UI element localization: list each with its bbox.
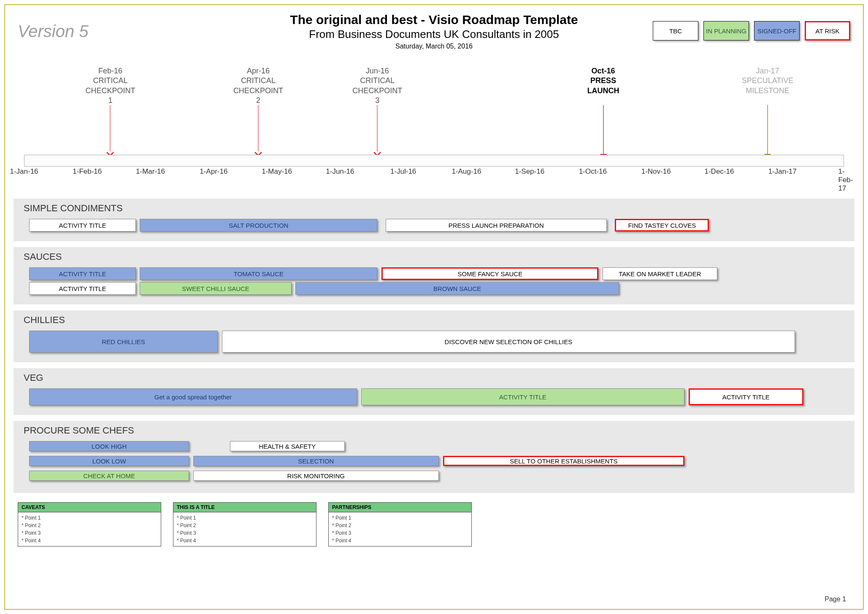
roadmap-section: SIMPLE CONDIMENTSACTIVITY TITLESALT PROD…: [14, 199, 854, 241]
footer-box-body: * Point 1* Point 2* Point 3* Point 4: [329, 512, 471, 546]
timeline-tick: 1-Aug-16: [452, 167, 481, 176]
timeline-tick: 1-Dec-16: [704, 167, 734, 176]
section-row: LOOK HIGHHEALTH & SAFETY: [21, 441, 847, 454]
section-title: PROCURE SOME CHEFS: [24, 425, 847, 436]
timeline-bar: [24, 155, 844, 167]
footer-box: CAVEATS* Point 1* Point 2* Point 3* Poin…: [18, 502, 161, 547]
timeline-tick: 1-Feb-17: [838, 167, 853, 193]
activity-bar: Get a good spread together: [29, 388, 357, 405]
activity-bar: SOME FANCY SAUCE: [381, 267, 598, 280]
activity-bar: FIND TASTEY CLOVES: [615, 219, 709, 232]
roadmap-section: PROCURE SOME CHEFSLOOK HIGHHEALTH & SAFE…: [14, 421, 854, 493]
footer-box-body: * Point 1* Point 2* Point 3* Point 4: [18, 512, 161, 546]
section-title: VEG: [24, 372, 847, 383]
activity-bar: PRESS LAUNCH PREPARATION: [386, 219, 607, 232]
activity-bar: TAKE ON MARKET LEADER: [603, 267, 717, 280]
footer-boxes: CAVEATS* Point 1* Point 2* Point 3* Poin…: [18, 502, 850, 547]
legend-signedoff: SIGNED-OFF: [754, 21, 800, 40]
timeline-tick: 1-Jan-16: [10, 167, 38, 176]
roadmap-page: Version 5 The original and best - Visio …: [4, 4, 864, 610]
legend-inplanning: IN PLANNING: [703, 21, 749, 40]
section-row: Get a good spread togetherACTIVITY TITLE…: [21, 388, 847, 405]
section-title: SAUCES: [24, 251, 847, 262]
roadmap-section: VEGGet a good spread togetherACTIVITY TI…: [14, 368, 854, 415]
section-row: ACTIVITY TITLETOMATO SAUCESOME FANCY SAU…: [21, 267, 847, 280]
activity-bar: ACTIVITY TITLE: [29, 282, 135, 295]
section-row: ACTIVITY TITLESALT PRODUCTIONPRESS LAUNC…: [21, 219, 847, 232]
timeline-tick: 1-Mar-16: [136, 167, 165, 176]
activity-bar: RISK MONITORING: [193, 471, 439, 481]
activity-bar: SALT PRODUCTION: [140, 219, 377, 232]
activity-bar: ACTIVITY TITLE: [689, 388, 803, 405]
activity-bar: HEALTH & SAFETY: [230, 441, 345, 451]
timeline: Feb-16CRITICALCHECKPOINT1Apr-16CRITICALC…: [18, 66, 850, 193]
activity-bar: DISCOVER NEW SELECTION OF CHILLIES: [222, 331, 795, 353]
timeline-tick: 1-Apr-16: [200, 167, 227, 176]
activity-bar: BROWN SAUCE: [295, 282, 619, 295]
timeline-tick: 1-Jan-17: [768, 167, 797, 176]
section-row: CHECK AT HOMERISK MONITORING: [21, 471, 847, 483]
milestone: Feb-16CRITICALCHECKPOINT1: [72, 66, 148, 106]
section-row: ACTIVITY TITLESWEET CHILLI SAUCEBROWN SA…: [21, 282, 847, 295]
timeline-tick: 1-Feb-16: [73, 167, 102, 176]
legend-tbc: TBC: [653, 21, 698, 40]
timeline-tick: 1-Jul-16: [390, 167, 416, 176]
timeline-tick: 1-Sep-16: [515, 167, 544, 176]
roadmap-section: CHILLIESRED CHILLIESDISCOVER NEW SELECTI…: [14, 310, 854, 362]
activity-bar: TOMATO SAUCE: [140, 267, 377, 280]
version-label: Version 5: [18, 22, 89, 41]
section-title: SIMPLE CONDIMENTS: [24, 203, 847, 214]
section-row: LOOK LOWSELECTIONSELL TO OTHER ESTABLISH…: [21, 456, 847, 469]
milestone: Oct-16PRESSLAUNCH: [565, 66, 641, 96]
activity-bar: ACTIVITY TITLE: [29, 267, 135, 280]
footer-box-title: CAVEATS: [18, 503, 161, 512]
activity-bar: LOOK LOW: [29, 456, 189, 466]
timeline-tick: 1-May-16: [262, 167, 292, 176]
page-date: Saturday, March 05, 2016: [18, 43, 850, 50]
milestone: Apr-16CRITICALCHECKPOINT2: [220, 66, 296, 106]
activity-bar: SELL TO OTHER ESTABLISHMENTS: [443, 456, 685, 466]
header: Version 5 The original and best - Visio …: [5, 5, 863, 54]
footer-box: THIS IS A TITLE* Point 1* Point 2* Point…: [173, 502, 316, 547]
activity-bar: CHECK AT HOME: [29, 471, 189, 481]
timeline-tick: 1-Oct-16: [579, 167, 607, 176]
footer-box-body: * Point 1* Point 2* Point 3* Point 4: [173, 512, 316, 546]
activity-bar: ACTIVITY TITLE: [361, 388, 685, 405]
sections-container: SIMPLE CONDIMENTSACTIVITY TITLESALT PROD…: [14, 199, 854, 493]
roadmap-section: SAUCESACTIVITY TITLETOMATO SAUCESOME FAN…: [14, 247, 854, 304]
footer-box: PARTNERSHIPS* Point 1* Point 2* Point 3*…: [328, 502, 472, 547]
activity-bar: SWEET CHILLI SAUCE: [140, 282, 291, 295]
page-number: Page 1: [825, 595, 846, 603]
section-row: RED CHILLIESDISCOVER NEW SELECTION OF CH…: [21, 331, 847, 353]
milestone: Jun-16CRITICALCHECKPOINT3: [339, 66, 415, 106]
legend-atrisk: AT RISK: [805, 21, 850, 40]
activity-bar: ACTIVITY TITLE: [29, 219, 135, 232]
activity-bar: LOOK HIGH: [29, 441, 189, 451]
milestone: Jan-17SPECULATIVEMILESTONE: [730, 66, 806, 96]
activity-bar: RED CHILLIES: [29, 331, 217, 353]
activity-bar: SELECTION: [193, 456, 439, 466]
footer-box-title: THIS IS A TITLE: [173, 503, 316, 512]
timeline-tick: 1-Jun-16: [326, 167, 354, 176]
legend: TBC IN PLANNING SIGNED-OFF AT RISK: [653, 21, 850, 40]
section-title: CHILLIES: [24, 315, 847, 326]
timeline-tick: 1-Nov-16: [641, 167, 671, 176]
footer-box-title: PARTNERSHIPS: [329, 503, 471, 512]
